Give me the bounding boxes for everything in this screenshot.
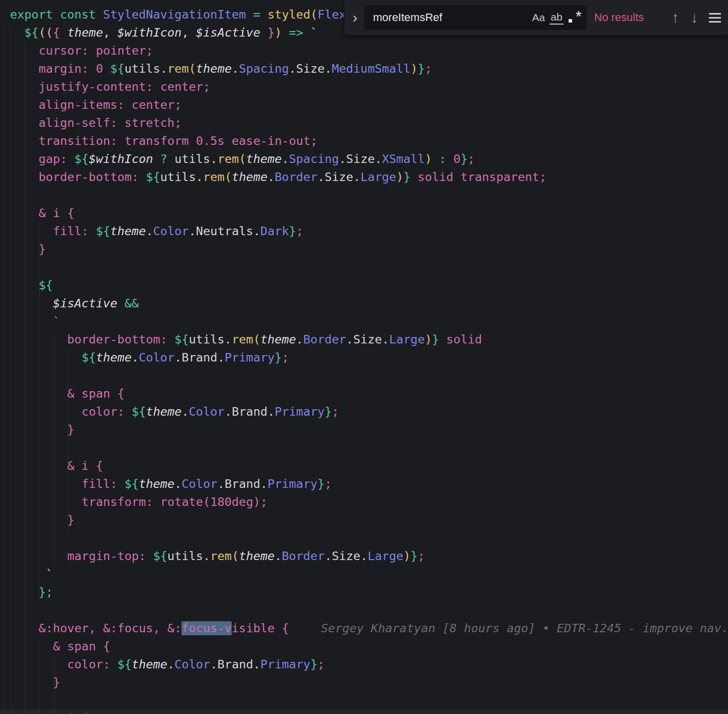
code-token: Brand bbox=[225, 477, 260, 491]
code-token: ) bbox=[425, 332, 432, 346]
code-line[interactable] bbox=[0, 439, 728, 457]
code-token bbox=[10, 332, 67, 346]
whole-word-button[interactable]: ab bbox=[548, 9, 566, 27]
code-token: . bbox=[325, 62, 332, 76]
code-token: . bbox=[260, 477, 267, 491]
code-token bbox=[432, 152, 439, 166]
code-line[interactable]: margin: 0 ${utils.rem(theme.Spacing.Size… bbox=[0, 60, 728, 78]
code-token: rem bbox=[218, 152, 239, 166]
code-token: } bbox=[317, 477, 324, 491]
match-case-button[interactable]: Aa bbox=[529, 9, 548, 27]
code-token bbox=[10, 80, 39, 94]
code-token: ; bbox=[468, 152, 475, 166]
code-token: . bbox=[196, 170, 203, 184]
code-token: gap: bbox=[39, 152, 74, 166]
code-line[interactable]: fill: ${theme.Color.Neutrals.Dark}; bbox=[0, 222, 728, 240]
code-token: cursor: pointer; bbox=[39, 44, 153, 58]
code-token: $isActive bbox=[196, 26, 260, 40]
code-line[interactable]: color: ${theme.Color.Brand.Primary}; bbox=[0, 655, 728, 673]
code-token: . bbox=[189, 224, 196, 238]
code-token: Brand bbox=[218, 657, 253, 671]
code-line[interactable]: } bbox=[0, 240, 728, 258]
code-line[interactable]: }; bbox=[0, 583, 728, 601]
code-line[interactable]: $isActive && bbox=[0, 294, 728, 312]
code-token bbox=[246, 8, 253, 22]
code-line[interactable]: gap: ${$withIcon ? utils.rem(theme.Spaci… bbox=[0, 150, 728, 168]
code-line[interactable]: transition: transform 0.5s ease-in-out; bbox=[0, 132, 728, 150]
code-token: border-bottom: bbox=[67, 332, 174, 346]
code-token: ${ bbox=[124, 477, 139, 491]
code-line[interactable]: justify-content: center; bbox=[0, 78, 728, 96]
regex-button[interactable]: * bbox=[566, 9, 584, 27]
code-line[interactable] bbox=[0, 691, 728, 709]
code-line[interactable]: & span { bbox=[0, 385, 728, 403]
code-line[interactable]: cursor: pointer; bbox=[0, 42, 728, 60]
code-token: ; bbox=[425, 62, 432, 76]
code-line[interactable] bbox=[0, 529, 728, 547]
toggle-replace-chevron-icon[interactable]: › bbox=[347, 0, 362, 35]
code-line[interactable]: & i { bbox=[0, 204, 728, 222]
code-token: . bbox=[353, 170, 360, 184]
code-token: Primary bbox=[225, 350, 275, 365]
code-line[interactable]: ` bbox=[0, 565, 728, 583]
code-token: ) bbox=[396, 170, 403, 184]
find-options: Aa ab * bbox=[529, 9, 586, 27]
code-line[interactable]: transform: rotate(180deg); bbox=[0, 493, 728, 511]
code-token: Spacing bbox=[289, 152, 339, 166]
code-token: } bbox=[275, 350, 282, 365]
code-token: . bbox=[218, 477, 225, 491]
code-line[interactable]: } bbox=[0, 421, 728, 439]
code-token: } bbox=[67, 423, 74, 437]
find-in-selection-button[interactable] bbox=[709, 8, 724, 28]
code-line[interactable]: & i { bbox=[0, 709, 728, 714]
code-token bbox=[10, 98, 39, 112]
code-line[interactable]: border-bottom: ${utils.rem(theme.Border.… bbox=[0, 168, 728, 186]
code-area[interactable]: export const StyledNavigationItem = styl… bbox=[0, 0, 728, 714]
code-token: } bbox=[432, 332, 439, 346]
code-line[interactable]: } bbox=[0, 673, 728, 691]
code-token: ` bbox=[53, 314, 60, 328]
code-token: Spacing bbox=[239, 62, 289, 76]
code-token: export const bbox=[10, 8, 103, 22]
code-token: Color bbox=[181, 477, 217, 491]
code-line[interactable]: border-bottom: ${utils.rem(theme.Border.… bbox=[0, 330, 728, 348]
code-line[interactable]: color: ${theme.Color.Brand.Primary}; bbox=[0, 403, 728, 421]
code-token: ${ bbox=[25, 26, 39, 40]
code-token: theme bbox=[96, 350, 131, 365]
code-line[interactable]: } bbox=[0, 511, 728, 529]
code-line[interactable] bbox=[0, 186, 728, 204]
code-line[interactable]: align-self: stretch; bbox=[0, 114, 728, 132]
code-token bbox=[10, 152, 39, 166]
code-token: . bbox=[225, 405, 232, 419]
code-line[interactable]: & span { bbox=[0, 637, 728, 655]
code-line[interactable] bbox=[0, 601, 728, 619]
code-line[interactable]: & i { bbox=[0, 457, 728, 475]
code-token: Size bbox=[296, 62, 325, 76]
code-token: . bbox=[225, 332, 232, 346]
regex-icon: * bbox=[569, 11, 581, 24]
code-line[interactable]: align-items: center; bbox=[0, 96, 728, 114]
find-input[interactable] bbox=[365, 11, 489, 25]
code-token: align-items: center; bbox=[39, 98, 181, 112]
code-line[interactable] bbox=[0, 258, 728, 276]
code-line[interactable]: ` bbox=[0, 312, 728, 330]
find-previous-button[interactable]: ↑ bbox=[666, 8, 685, 28]
code-token: Primary bbox=[260, 657, 310, 671]
find-next-button[interactable]: ↓ bbox=[685, 8, 704, 28]
code-line[interactable]: margin-top: ${utils.rem(theme.Border.Siz… bbox=[0, 547, 728, 565]
code-line[interactable]: ${theme.Color.Brand.Primary}; bbox=[0, 348, 728, 367]
code-line[interactable]: fill: ${theme.Color.Brand.Primary}; bbox=[0, 475, 728, 493]
code-token: } bbox=[403, 170, 410, 184]
code-token: utils bbox=[160, 170, 196, 184]
code-token bbox=[10, 62, 39, 76]
code-line[interactable] bbox=[0, 367, 728, 385]
code-line[interactable]: &:hover, &:focus, &:focus-visible {Serge… bbox=[0, 619, 728, 637]
code-token: ( bbox=[239, 152, 246, 166]
code-token: utils bbox=[189, 332, 225, 346]
find-input-box: Aa ab * bbox=[365, 6, 586, 30]
code-line[interactable]: ${ bbox=[0, 276, 728, 294]
code-token: . bbox=[275, 549, 282, 563]
code-token: } bbox=[267, 26, 274, 40]
code-token bbox=[117, 296, 124, 310]
code-token: theme bbox=[196, 62, 232, 76]
